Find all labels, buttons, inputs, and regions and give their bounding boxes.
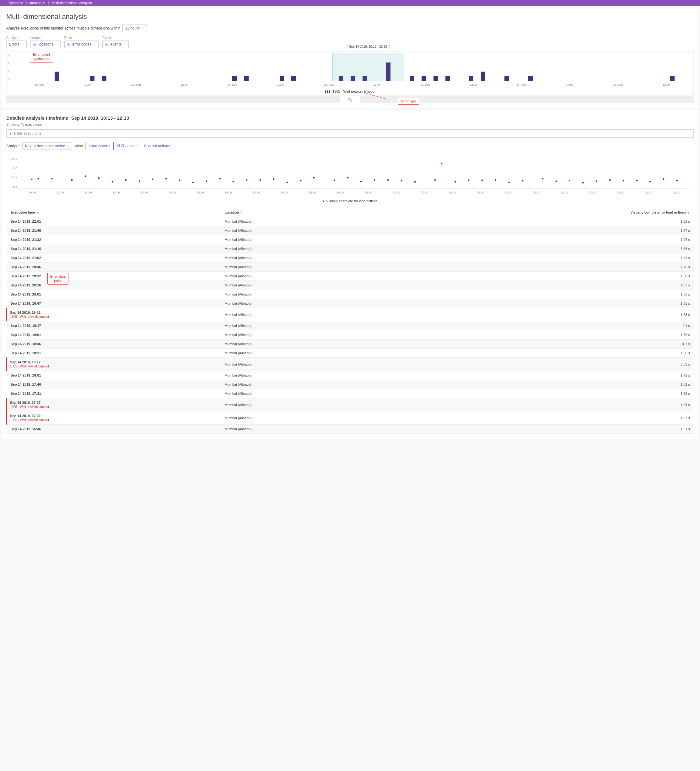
metric-cell: 1.62 s xyxy=(382,217,694,226)
table-row[interactable]: Sep 14 2019, 17:171305 - Wait network ti… xyxy=(7,398,694,412)
data-point[interactable] xyxy=(31,179,32,180)
table-row[interactable]: Sep 14 2019, 19:321305 - Wait network ti… xyxy=(7,308,694,321)
location-cell: Mumbai (Alibaba) xyxy=(221,244,382,254)
breadcrumb: Synthetic amazon.in Multi-dimensional an… xyxy=(0,0,700,6)
metric-cell: 1.87 s xyxy=(382,226,694,235)
data-point[interactable] xyxy=(286,182,288,183)
data-point[interactable] xyxy=(85,175,86,177)
data-point[interactable] xyxy=(582,182,584,184)
data-point[interactable] xyxy=(596,180,598,182)
table-row[interactable]: Sep 14 2019, 21:16Mumbai (Alibaba)1.53 s xyxy=(7,244,694,254)
data-point[interactable] xyxy=(179,179,180,181)
analyze-select[interactable]: Errors ⌄ xyxy=(6,41,27,48)
data-point[interactable] xyxy=(260,179,261,181)
data-point[interactable] xyxy=(71,179,73,181)
table-row[interactable]: Sep 14 2019, 18:31Mumbai (Alibaba)1.66 s xyxy=(7,349,694,358)
error-select[interactable]: All error codes ⌄ xyxy=(64,41,99,48)
table-row[interactable]: Sep 14 2019, 20:46Mumbai (Alibaba)1.76 s xyxy=(7,263,694,272)
error-text: 1305 - Wait network timeout xyxy=(10,364,217,368)
data-point[interactable] xyxy=(51,178,53,179)
data-point[interactable] xyxy=(374,179,375,181)
metric-select[interactable]: Key performance metric ⌄ xyxy=(22,142,72,150)
data-point[interactable] xyxy=(38,178,39,179)
event-select[interactable]: All events ⌄ xyxy=(102,41,129,48)
timeframe-select[interactable]: 12 hours ⌄ xyxy=(122,24,147,32)
data-point[interactable] xyxy=(387,179,389,181)
execution-time: Sep 14 2019, 18:01 xyxy=(11,373,41,377)
data-point[interactable] xyxy=(676,179,678,181)
data-point[interactable] xyxy=(508,182,510,183)
data-point[interactable] xyxy=(232,181,234,182)
scatter-chart[interactable]: 7.5 s5 s2.5 s0 ms 10:3011:0011:3012:0012… xyxy=(6,155,694,195)
col-execution-time[interactable]: Execution time ▼ xyxy=(7,208,221,217)
table-row[interactable]: Sep 14 2019, 17:31Mumbai (Alibaba)1.66 s xyxy=(7,389,694,398)
data-point[interactable] xyxy=(138,180,140,182)
data-point[interactable] xyxy=(273,178,274,180)
data-point[interactable] xyxy=(219,178,221,179)
table-row[interactable]: Sep 14 2019, 20:01Mumbai (Alibaba)1.63 s xyxy=(7,290,694,299)
filter-icon: ▼ xyxy=(9,132,12,135)
data-point[interactable] xyxy=(192,182,194,183)
table-row[interactable]: Sep 14 2019, 19:17Mumbai (Alibaba)2.1 s xyxy=(7,321,694,330)
table-row[interactable]: Sep 14 2019, 19:01Mumbai (Alibaba)1.36 s xyxy=(7,330,694,340)
data-point[interactable] xyxy=(361,181,362,182)
filter-executions-input[interactable]: ▼ Filter executions xyxy=(6,129,694,138)
data-point[interactable] xyxy=(622,180,624,182)
table-row[interactable]: Sep 14 2019, 21:02Mumbai (Alibaba)1.88 s xyxy=(7,254,694,263)
data-point[interactable] xyxy=(455,181,456,183)
tab-load-actions[interactable]: Load actions xyxy=(85,142,114,150)
data-point[interactable] xyxy=(542,178,543,179)
data-point[interactable] xyxy=(434,179,436,181)
data-point[interactable] xyxy=(206,180,207,182)
data-point[interactable] xyxy=(152,179,154,180)
data-point[interactable] xyxy=(125,179,127,181)
table-row[interactable]: Sep 14 2019, 20:32Mumbai (Alibaba)1.68 s xyxy=(7,272,694,281)
data-point[interactable] xyxy=(246,179,248,181)
data-point[interactable] xyxy=(111,181,113,183)
data-point[interactable] xyxy=(401,180,402,182)
data-point[interactable] xyxy=(481,179,483,181)
data-point[interactable] xyxy=(166,178,167,179)
data-point[interactable] xyxy=(495,179,496,181)
data-point[interactable] xyxy=(441,163,443,164)
data-point[interactable] xyxy=(313,177,315,179)
data-point[interactable] xyxy=(347,177,348,179)
table-row[interactable]: Sep 14 2019, 21:46Mumbai (Alibaba)1.87 s xyxy=(7,226,694,235)
breadcrumb-synthetic[interactable]: Synthetic xyxy=(6,1,26,5)
data-point[interactable] xyxy=(555,180,557,182)
data-point[interactable] xyxy=(333,179,335,181)
bar-chart[interactable]: 6420 12. Sep12:0013. Sep12:0014. Sep12:0… xyxy=(6,52,694,88)
location-label: Location xyxy=(31,36,60,39)
data-point[interactable] xyxy=(414,181,416,183)
data-point[interactable] xyxy=(569,180,570,182)
location-cell: Mumbai (Alibaba) xyxy=(221,281,382,290)
table-row[interactable]: Sep 14 2019, 22:01Mumbai (Alibaba)1.62 s xyxy=(7,217,694,226)
location-value: All locations xyxy=(33,42,54,47)
table-row[interactable]: Sep 14 2019, 17:46Mumbai (Alibaba)1.81 s xyxy=(7,380,694,389)
zoom-reset[interactable]: 🔍 xyxy=(340,96,360,103)
table-row[interactable]: Sep 14 2019, 20:16Mumbai (Alibaba)1.83 s xyxy=(7,281,694,290)
data-point[interactable] xyxy=(468,179,469,181)
table-row[interactable]: Sep 14 2019, 19:47Mumbai (Alibaba)1.65 s xyxy=(7,299,694,308)
chevron-down-icon: ⌄ xyxy=(124,43,127,46)
table-row[interactable]: Sep 14 2019, 17:021305 - Wait network ti… xyxy=(7,412,694,425)
col-metric[interactable]: Visually complete for load actions ⇅ xyxy=(382,208,694,217)
data-point[interactable] xyxy=(636,179,638,181)
table-row[interactable]: Sep 14 2019, 21:32Mumbai (Alibaba)1.98 s xyxy=(7,235,694,244)
data-point[interactable] xyxy=(522,180,523,182)
data-point[interactable] xyxy=(300,180,301,182)
data-point[interactable] xyxy=(609,179,611,181)
col-location[interactable]: Location ⇅ xyxy=(221,208,382,217)
data-point[interactable] xyxy=(663,178,664,180)
table-row[interactable]: Sep 14 2019, 18:01Mumbai (Alibaba)1.72 s xyxy=(7,371,694,380)
data-point[interactable] xyxy=(650,181,651,182)
tab-custom-actions[interactable]: Custom actions xyxy=(141,142,173,150)
tab-xhr-actions[interactable]: XHR actions xyxy=(113,142,141,150)
table-row[interactable]: Sep 14 2019, 18:171305 - Wait network ti… xyxy=(7,358,694,371)
table-row[interactable]: Sep 14 2019, 18:46Mumbai (Alibaba)1.7 s xyxy=(7,340,694,349)
table-row[interactable]: Sep 14 2019, 16:46Mumbai (Alibaba)1.61 s xyxy=(7,425,694,434)
breadcrumb-monitor[interactable]: amazon.in xyxy=(26,1,48,5)
location-select[interactable]: All locations ⌄ xyxy=(31,41,60,48)
data-point[interactable] xyxy=(98,177,100,179)
time-selection[interactable]: Sep 14 2019, 10:13 - 22:13 xyxy=(332,54,404,81)
